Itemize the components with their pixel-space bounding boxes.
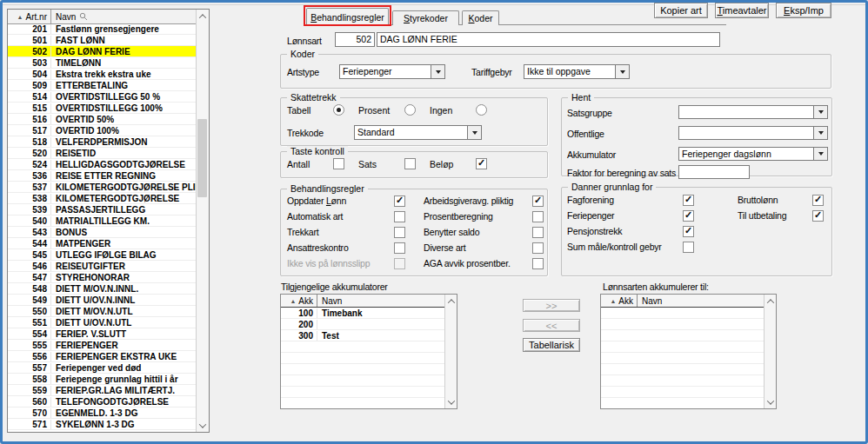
sidebar-row[interactable]: 558Feriepenge grunnlag hittil i år <box>8 374 197 385</box>
table-row[interactable] <box>281 375 445 387</box>
sidebar-row[interactable]: 560TELEFONGODTGJØRELSE <box>8 396 197 408</box>
scroll-up-icon[interactable] <box>765 295 776 307</box>
sidebar-row[interactable]: 520REISETID <box>8 148 197 159</box>
sidebar-row[interactable]: 540MATRIALTILLEGG KM. <box>8 215 197 227</box>
artstype-select[interactable]: Feriepenger <box>339 64 445 79</box>
remove-accumulator-button[interactable]: << <box>523 319 580 332</box>
table-row[interactable] <box>601 341 765 353</box>
checkbox[interactable] <box>333 158 344 169</box>
eksp-imp-button[interactable]: Eksp/Imp <box>776 3 831 18</box>
sidebar-row[interactable]: 549DIETT U/OV.N.INNL <box>8 295 197 306</box>
tabellarisk-button[interactable]: Tabellarisk <box>523 338 580 352</box>
checkbox[interactable] <box>532 227 544 238</box>
radio-button[interactable] <box>333 104 344 116</box>
table-row[interactable] <box>601 319 765 330</box>
add-accumulator-button[interactable]: >> <box>523 299 580 312</box>
table-row[interactable]: 200 <box>281 319 445 330</box>
sidebar-row-selected[interactable]: 502DAG LØNN FERIE <box>8 46 197 57</box>
trekkode-select[interactable]: Standard <box>354 125 482 140</box>
checkbox[interactable] <box>394 258 405 269</box>
table-row[interactable] <box>601 398 765 408</box>
sidebar-row[interactable]: 546REISEUTGIFTER <box>8 261 197 272</box>
tab-styrekoder[interactable]: Styrekoder <box>392 10 459 25</box>
column-header-akk[interactable]: Akk <box>281 295 317 307</box>
radio-button[interactable] <box>404 104 416 116</box>
table-row[interactable] <box>601 364 765 375</box>
satsgruppe-select[interactable] <box>678 105 828 119</box>
checkbox[interactable] <box>683 195 694 206</box>
table-row[interactable] <box>601 353 765 364</box>
checkbox[interactable] <box>532 242 544 254</box>
sidebar-row[interactable]: 501FAST LØNN <box>8 35 197 46</box>
akkumulator-select[interactable]: Feriepenger dagslønn <box>678 147 828 161</box>
table-row[interactable] <box>601 375 765 387</box>
scroll-down-icon[interactable] <box>765 396 776 408</box>
checkbox[interactable] <box>683 210 694 222</box>
scroll-up-icon[interactable] <box>197 10 208 22</box>
sidebar-row[interactable]: 556FERIEPENGER EKSTRA UKE <box>8 351 197 362</box>
table-row[interactable] <box>281 387 445 398</box>
sidebar-row[interactable]: 515OVERTIDSTILLEGG 100% <box>8 103 197 114</box>
lonnsart-name-field[interactable]: DAG LØNN FERIE <box>377 32 720 47</box>
sidebar-row[interactable]: 554FERIEP. V.SLUTT <box>8 328 197 340</box>
checkbox[interactable] <box>812 210 824 222</box>
offentlige-select[interactable] <box>678 126 828 140</box>
checkbox[interactable] <box>683 242 694 253</box>
checkbox[interactable] <box>394 242 405 254</box>
scrollbar-thumb[interactable] <box>197 119 207 197</box>
dropdown-arrow-icon[interactable] <box>467 126 481 139</box>
navn-header-label[interactable]: Navn <box>638 296 765 306</box>
sort-asc-icon[interactable] <box>17 14 23 20</box>
checkbox[interactable] <box>394 227 405 238</box>
search-icon[interactable] <box>79 12 88 21</box>
checkbox[interactable] <box>404 158 416 169</box>
sidebar-row[interactable]: 551DIETT U/OV.N.UTL <box>8 317 197 328</box>
sidebar-row[interactable]: 539PASSASJERTILLEGG <box>8 204 197 215</box>
dropdown-arrow-icon[interactable] <box>615 65 629 78</box>
sidebar-row[interactable]: 571SYKELØNN 1-3 DG <box>8 419 197 430</box>
checkbox[interactable] <box>812 195 824 206</box>
checkbox[interactable] <box>683 226 694 237</box>
list-scrollbar[interactable] <box>196 10 209 432</box>
sidebar-row[interactable]: 545UTLEGG IFØLGE BILAG <box>8 249 197 261</box>
checkbox[interactable] <box>532 195 544 207</box>
sidebar-row[interactable]: 201Fastlønn grensegjengere <box>8 23 197 35</box>
sidebar-row[interactable]: 524HELLIGDAGSGODTGJØRELSE <box>8 159 197 170</box>
sidebar-row[interactable]: 518VELFERDPERMISJON <box>8 136 197 148</box>
table-row[interactable] <box>281 353 445 364</box>
table-scrollbar[interactable] <box>444 295 457 408</box>
sidebar-row[interactable]: 503TIMELØNN <box>8 57 197 69</box>
kopier-art-button[interactable]: Kopier art <box>654 3 708 18</box>
sidebar-row[interactable]: 504Ekstra trekk ekstra uke <box>8 69 197 80</box>
checkbox[interactable] <box>394 211 405 222</box>
table-row[interactable] <box>601 330 765 341</box>
sidebar-row[interactable]: 536REISE ETTER REGNING <box>8 170 197 182</box>
dropdown-arrow-icon[interactable] <box>431 65 444 78</box>
column-header-artnr[interactable]: Art.nr <box>8 10 51 23</box>
table-row[interactable] <box>281 398 445 408</box>
checkbox[interactable] <box>394 195 405 207</box>
sidebar-row[interactable]: 544MATPENGER <box>8 238 197 249</box>
checkbox[interactable] <box>532 258 544 269</box>
sidebar-row[interactable]: 557Feriepenger ved død <box>8 362 197 374</box>
sidebar-row[interactable]: 559FERIEP.GR.LAG MILITÆRTJ. <box>8 385 197 396</box>
tariffgebyr-select[interactable]: Ikke til oppgave <box>524 64 630 79</box>
sidebar-row[interactable]: 516OVERTID 50% <box>8 114 197 125</box>
checkbox[interactable] <box>476 158 487 169</box>
sort-asc-icon[interactable] <box>290 298 296 304</box>
table-row[interactable] <box>601 387 765 398</box>
sidebar-row[interactable]: 555FERIEPENGER <box>8 340 197 351</box>
table-scrollbar[interactable] <box>764 295 776 408</box>
radio-button[interactable] <box>476 104 487 116</box>
sidebar-row[interactable]: 543BONUS <box>8 227 197 238</box>
scroll-down-icon[interactable] <box>197 420 208 431</box>
checkbox[interactable] <box>532 211 544 222</box>
sidebar-row[interactable]: 570EGENMELD. 1-3 DG <box>8 408 197 419</box>
sidebar-row[interactable]: 514OVERTIDSTILLEGG 50 % <box>8 91 197 103</box>
sidebar-row[interactable]: 547STYREHONORAR <box>8 272 197 283</box>
table-row[interactable] <box>601 308 765 319</box>
scroll-down-icon[interactable] <box>445 396 457 408</box>
column-header-akk[interactable]: Akk <box>601 295 638 307</box>
sidebar-row[interactable]: 509ETTERBETALING <box>8 80 197 91</box>
dropdown-arrow-icon[interactable] <box>813 127 827 139</box>
